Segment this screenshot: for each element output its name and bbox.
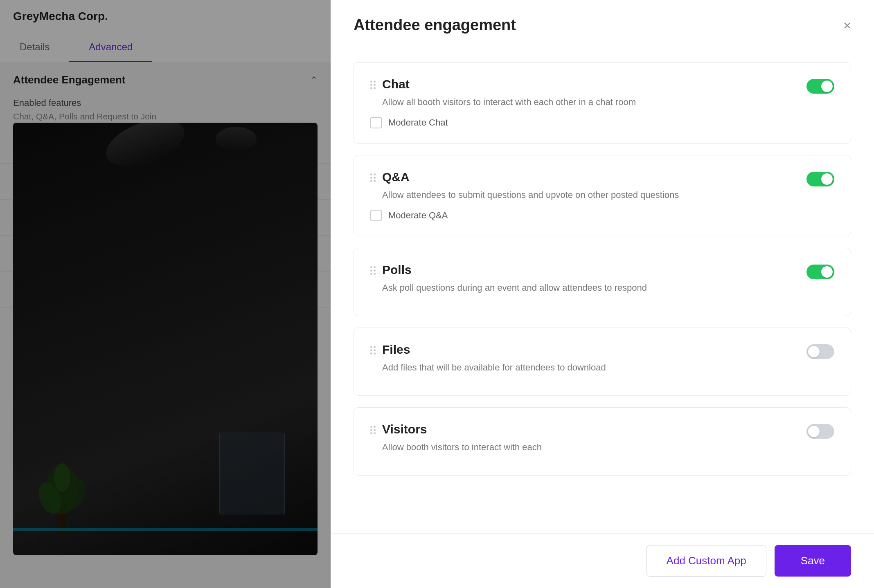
- chevron-down-icon: ⌄: [310, 212, 318, 223]
- drag-handle-files[interactable]: [370, 344, 372, 355]
- drag-handle-visitors[interactable]: [370, 424, 372, 434]
- chat-feature-desc: Allow all booth visitors to interact wit…: [382, 95, 806, 109]
- feature-card-visitors: Visitors Allow booth visitors to interac…: [354, 407, 851, 476]
- qa-toggle[interactable]: [806, 172, 834, 186]
- feature-card-qa: Q&A Allow attendees to submit questions …: [354, 155, 851, 236]
- choose-features-button[interactable]: Choose and add features: [13, 130, 137, 152]
- chat-toggle[interactable]: [806, 79, 834, 94]
- feature-info-polls: Polls Ask poll questions during an event…: [382, 263, 806, 294]
- tags-header[interactable]: Tags ⌄: [0, 200, 331, 235]
- top-bar: GreyMecha Corp.: [0, 0, 331, 33]
- files-feature-desc: Add files that will be available for att…: [382, 361, 806, 374]
- attendee-engagement-header[interactable]: Attendee Engagement ⌃: [0, 62, 331, 98]
- attendee-engagement-title: Attendee Engagement: [13, 74, 126, 86]
- attendee-engagement-modal: Attendee engagement × Chat Allow all boo…: [331, 0, 874, 588]
- files-toggle[interactable]: [806, 344, 834, 359]
- moderate-chat-checkbox[interactable]: [370, 117, 382, 128]
- feature-info-chat: Chat Allow all booth visitors to interac…: [382, 77, 806, 109]
- modal-header: Attendee engagement ×: [331, 0, 874, 49]
- add-custom-app-button[interactable]: Add Custom App: [646, 545, 766, 577]
- chevron-down-icon: ⌄: [310, 176, 318, 187]
- polls-feature-desc: Ask poll questions during an event and a…: [382, 281, 806, 294]
- polls-feature-name: Polls: [382, 263, 806, 277]
- feature-info-qa: Q&A Allow attendees to submit questions …: [382, 170, 806, 202]
- feature-card-chat: Chat Allow all booth visitors to interac…: [354, 62, 851, 144]
- chevron-down-icon: ⌄: [310, 284, 318, 295]
- customisation-title: Customisation: [13, 283, 87, 296]
- chat-feature-name: Chat: [382, 77, 806, 91]
- sidebar: GreyMecha Corp. Details Advanced Attende…: [0, 0, 331, 588]
- drag-handle-chat[interactable]: [370, 79, 372, 89]
- visitors-feature-name: Visitors: [382, 422, 806, 436]
- sidebar-section-booth-visibility: Booth Visibility ⌄: [0, 164, 331, 200]
- sidebar-content: Attendee Engagement ⌃ Enabled features C…: [0, 62, 331, 588]
- chevron-up-icon: ⌃: [310, 75, 318, 85]
- sidebar-section-tags: Tags ⌄: [0, 200, 331, 236]
- enabled-features-value: Chat, Q&A, Polls and Request to Join: [13, 112, 318, 121]
- widgets-header[interactable]: Widgets ⌄: [0, 236, 331, 271]
- visitors-feature-desc: Allow booth visitors to interact with ea…: [382, 440, 806, 454]
- moderate-chat-row: Moderate Chat: [370, 117, 834, 128]
- booth-visibility-title: Booth Visibility: [13, 175, 90, 188]
- tags-title: Tags: [13, 211, 37, 224]
- tab-details[interactable]: Details: [0, 33, 69, 62]
- moderate-qa-label: Moderate Q&A: [388, 210, 448, 221]
- polls-toggle[interactable]: [806, 265, 834, 279]
- qa-feature-desc: Allow attendees to submit questions and …: [382, 188, 806, 202]
- close-button[interactable]: ×: [843, 19, 851, 32]
- moderate-qa-checkbox[interactable]: [370, 210, 382, 221]
- feature-card-polls: Polls Ask poll questions during an event…: [354, 248, 851, 316]
- company-name: GreyMecha Corp.: [13, 10, 108, 22]
- qa-feature-name: Q&A: [382, 170, 806, 184]
- feature-info-visitors: Visitors Allow booth visitors to interac…: [382, 422, 806, 454]
- attendee-engagement-body: Enabled features Chat, Q&A, Polls and Re…: [0, 98, 331, 163]
- customisation-header[interactable]: Customisation ⌄: [0, 272, 331, 307]
- booth-visibility-header[interactable]: Booth Visibility ⌄: [0, 164, 331, 199]
- modal-body: Chat Allow all booth visitors to interac…: [331, 49, 874, 533]
- enabled-features-label: Enabled features: [13, 98, 318, 108]
- chevron-down-icon: ⌄: [310, 248, 318, 259]
- files-feature-name: Files: [382, 343, 806, 357]
- tabs: Details Advanced: [0, 33, 331, 62]
- save-button[interactable]: Save: [775, 545, 851, 577]
- moderate-chat-label: Moderate Chat: [388, 117, 448, 128]
- feature-info-files: Files Add files that will be available f…: [382, 343, 806, 374]
- drag-handle-polls[interactable]: [370, 265, 372, 275]
- feature-card-files: Files Add files that will be available f…: [354, 328, 851, 396]
- moderate-qa-row: Moderate Q&A: [370, 210, 834, 221]
- modal-footer: Add Custom App Save: [331, 533, 874, 588]
- drag-handle-qa[interactable]: [370, 172, 372, 182]
- sidebar-section-widgets: Widgets ⌄: [0, 236, 331, 272]
- sidebar-section-attendee-engagement: Attendee Engagement ⌃ Enabled features C…: [0, 62, 331, 164]
- visitors-toggle[interactable]: [806, 424, 834, 439]
- tab-advanced[interactable]: Advanced: [69, 33, 152, 62]
- modal-title: Attendee engagement: [354, 16, 516, 34]
- sidebar-section-customisation: Customisation ⌄: [0, 272, 331, 307]
- widgets-title: Widgets: [13, 247, 54, 260]
